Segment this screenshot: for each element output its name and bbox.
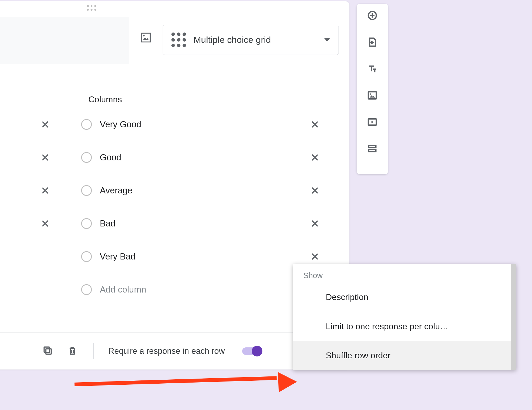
svg-rect-1 [46, 349, 51, 354]
duplicate-button[interactable] [41, 345, 54, 358]
svg-point-5 [370, 94, 371, 95]
radio-icon [81, 119, 92, 130]
popup-header: Show [293, 271, 516, 283]
image-icon [140, 32, 152, 44]
delete-column-button[interactable] [310, 185, 320, 196]
column-option-label[interactable]: Bad [100, 218, 302, 229]
column-option-row: Bad [41, 218, 333, 229]
annotation-arrow [75, 376, 295, 392]
radio-icon [81, 152, 92, 163]
chevron-down-icon [324, 38, 330, 42]
question-type-select[interactable]: Multiple choice grid [163, 25, 339, 55]
add-image-button[interactable] [366, 90, 378, 102]
import-questions-button[interactable] [366, 37, 378, 48]
delete-row-left-button[interactable] [40, 185, 51, 196]
svg-rect-7 [369, 145, 376, 148]
popup-item-limit[interactable]: Limit to one response per colu… [293, 312, 516, 341]
column-option-label[interactable]: Average [100, 185, 302, 196]
add-image-button[interactable] [138, 31, 153, 46]
plus-circle-icon [367, 10, 378, 22]
popup-item-shuffle[interactable]: Shuffle row order [293, 341, 516, 370]
delete-column-button[interactable] [310, 152, 320, 163]
delete-column-button[interactable] [310, 218, 320, 229]
add-title-button[interactable] [366, 63, 378, 75]
column-option-row: Average [41, 185, 333, 196]
delete-button[interactable] [66, 345, 79, 358]
require-label: Require a response in each row [108, 346, 225, 356]
column-option-label[interactable]: Very Bad [100, 251, 302, 262]
column-option-label[interactable]: Very Good [100, 119, 302, 129]
copy-icon [42, 345, 53, 357]
trash-icon [67, 345, 78, 357]
column-option-row: Good [41, 152, 333, 163]
video-icon [367, 117, 378, 128]
question-header-row: following aspect of your Multiple choice… [0, 17, 339, 64]
popup-item-description[interactable]: Description [293, 283, 516, 312]
delete-row-left-button[interactable] [40, 218, 51, 229]
side-toolbar [357, 4, 388, 174]
svg-point-0 [143, 35, 145, 36]
columns-heading: Columns [88, 95, 122, 104]
column-option-row: Very Bad [41, 251, 333, 262]
column-option-label[interactable]: Good [100, 152, 302, 163]
svg-rect-4 [368, 92, 376, 99]
svg-rect-8 [369, 149, 376, 152]
image-icon [367, 90, 378, 102]
question-text-input[interactable]: following aspect of your [0, 17, 129, 64]
add-column-row[interactable]: Add column [41, 284, 333, 295]
delete-row-left-button[interactable] [40, 119, 51, 130]
delete-column-button[interactable] [310, 251, 320, 262]
require-toggle[interactable] [242, 347, 260, 355]
add-video-button[interactable] [366, 117, 378, 128]
svg-rect-2 [44, 347, 50, 352]
column-option-row: Very Good [41, 119, 333, 130]
text-icon [367, 63, 378, 75]
grid-icon [171, 33, 186, 47]
import-icon [367, 37, 378, 48]
add-section-button[interactable] [366, 143, 378, 155]
drag-handle-icon[interactable] [87, 5, 96, 11]
radio-icon [81, 251, 92, 262]
radio-icon [81, 218, 92, 229]
options-popup: Show Description Limit to one response p… [293, 264, 516, 370]
divider [93, 343, 94, 359]
question-type-label: Multiple choice grid [193, 35, 317, 45]
delete-row-left-button[interactable] [40, 152, 51, 163]
add-question-button[interactable] [366, 10, 378, 22]
radio-icon [81, 185, 92, 196]
radio-icon [81, 284, 92, 295]
scrollbar[interactable] [511, 264, 516, 370]
delete-column-button[interactable] [310, 119, 320, 130]
section-icon [367, 143, 378, 155]
